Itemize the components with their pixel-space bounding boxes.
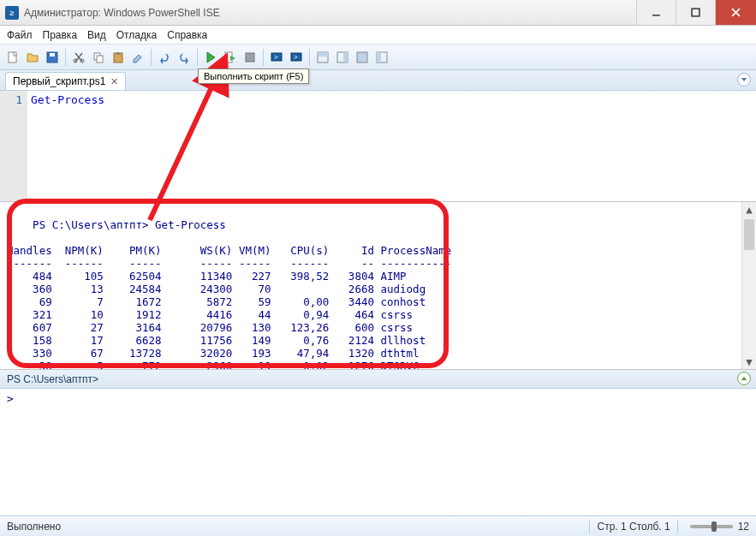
stop-button[interactable] bbox=[241, 48, 259, 67]
tab-label: Первый_скрипт.ps1 bbox=[13, 75, 105, 87]
show-command-addon-button[interactable] bbox=[372, 48, 391, 67]
prompt-header: PS C:\Users\аптпт> bbox=[0, 370, 756, 389]
run-script-button[interactable]: Выполнить скрипт (F5) bbox=[201, 48, 220, 67]
window-titlebar: ≥ Администратор: Windows PowerShell ISE bbox=[0, 0, 756, 26]
status-position: Стр. 1 Столб. 1 bbox=[597, 521, 670, 533]
window-maximize-button[interactable] bbox=[676, 0, 715, 25]
svg-marker-29 bbox=[741, 377, 747, 380]
svg-rect-10 bbox=[97, 56, 103, 63]
menu-file[interactable]: Файл bbox=[7, 29, 33, 41]
new-file-button[interactable] bbox=[3, 48, 22, 67]
window-title: Администратор: Windows PowerShell ISE bbox=[24, 7, 636, 19]
redo-button[interactable] bbox=[175, 48, 193, 67]
run-tooltip: Выполнить скрипт (F5) bbox=[198, 68, 309, 84]
new-remote-tab-button[interactable]: > bbox=[267, 48, 286, 67]
svg-marker-13 bbox=[207, 52, 215, 63]
paste-button[interactable] bbox=[109, 48, 128, 67]
window-close-button[interactable] bbox=[715, 0, 756, 25]
prompt-path: PS C:\Users\аптпт> bbox=[7, 373, 98, 385]
menu-help[interactable]: Справка bbox=[167, 29, 207, 41]
zoom-value: 12 bbox=[738, 521, 749, 533]
show-script-pane-right-button[interactable] bbox=[333, 48, 352, 67]
cut-button[interactable] bbox=[69, 48, 88, 67]
svg-marker-28 bbox=[741, 78, 747, 81]
svg-rect-6 bbox=[50, 53, 55, 57]
code-area[interactable]: Get-Process bbox=[27, 91, 756, 201]
svg-rect-25 bbox=[357, 52, 367, 63]
svg-text:>: > bbox=[274, 53, 278, 61]
svg-rect-27 bbox=[377, 52, 381, 63]
scroll-down-arrow[interactable]: ▼ bbox=[742, 354, 756, 369]
svg-rect-1 bbox=[692, 9, 699, 16]
window-minimize-button[interactable] bbox=[636, 0, 676, 25]
svg-rect-12 bbox=[116, 52, 120, 55]
output-scrollbar[interactable]: ▲ ▼ bbox=[741, 202, 756, 369]
clear-output-button[interactable] bbox=[128, 48, 147, 67]
show-script-pane-max-button[interactable] bbox=[353, 48, 372, 67]
scroll-thumb[interactable] bbox=[744, 219, 754, 250]
svg-rect-24 bbox=[343, 52, 348, 63]
menu-view[interactable]: Вид bbox=[87, 29, 106, 41]
output-text: PS C:\Users\аптпт> Get-Process Handles N… bbox=[7, 218, 451, 370]
scroll-up-arrow[interactable]: ▲ bbox=[742, 202, 756, 217]
svg-rect-22 bbox=[318, 52, 328, 57]
script-tab-strip: Первый_скрипт.ps1 ✕ bbox=[0, 70, 756, 91]
status-bar: Выполнено Стр. 1 Столб. 1 12 bbox=[0, 515, 756, 536]
console-caret: > bbox=[7, 392, 14, 405]
save-button[interactable] bbox=[43, 48, 62, 67]
menu-edit[interactable]: Правка bbox=[43, 29, 78, 41]
svg-marker-15 bbox=[230, 56, 235, 61]
menu-debug[interactable]: Отладка bbox=[116, 29, 157, 41]
show-script-pane-top-button[interactable] bbox=[313, 48, 332, 67]
svg-rect-4 bbox=[9, 52, 16, 63]
console-input[interactable]: > bbox=[0, 389, 756, 507]
svg-text:>: > bbox=[294, 53, 298, 61]
run-selection-button[interactable] bbox=[221, 48, 240, 67]
undo-button[interactable] bbox=[155, 48, 174, 67]
script-editor[interactable]: 1 Get-Process bbox=[0, 91, 756, 202]
open-file-button[interactable] bbox=[23, 48, 42, 67]
line-gutter: 1 bbox=[0, 91, 27, 201]
toolbar: Выполнить скрипт (F5) > > bbox=[0, 45, 756, 70]
svg-rect-16 bbox=[246, 53, 254, 62]
app-icon: ≥ bbox=[5, 6, 19, 20]
start-powershell-button[interactable]: > bbox=[287, 48, 306, 67]
output-pane[interactable]: PS C:\Users\аптпт> Get-Process Handles N… bbox=[0, 202, 756, 370]
script-tab[interactable]: Первый_скрипт.ps1 ✕ bbox=[5, 72, 126, 90]
tab-close-button[interactable]: ✕ bbox=[110, 76, 118, 87]
zoom-slider[interactable] bbox=[690, 525, 733, 528]
menu-bar: Файл Правка Вид Отладка Справка bbox=[0, 26, 756, 45]
copy-button[interactable] bbox=[89, 48, 108, 67]
collapse-console-button[interactable] bbox=[737, 372, 751, 385]
status-state: Выполнено bbox=[7, 521, 582, 533]
collapse-script-pane-button[interactable] bbox=[737, 73, 751, 86]
